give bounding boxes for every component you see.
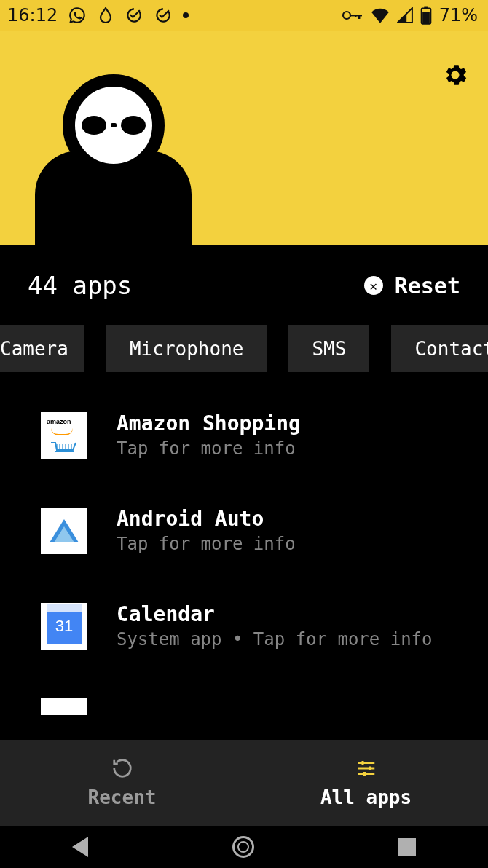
svg-rect-3 bbox=[355, 15, 356, 17]
check-circle-icon bbox=[154, 6, 173, 25]
app-row[interactable]: amazon Amazon Shopping Tap for more info bbox=[41, 411, 488, 459]
app-subtitle: Tap for more info bbox=[117, 534, 296, 554]
filter-chip-row[interactable]: Camera Microphone SMS Contacts bbox=[0, 326, 488, 372]
notification-dot-icon bbox=[183, 12, 189, 18]
app-name: Calendar bbox=[117, 602, 432, 626]
bottom-tab-bar: Recent All apps bbox=[0, 740, 488, 826]
check-circle-icon bbox=[125, 6, 143, 25]
status-battery-pct: 71% bbox=[439, 5, 478, 25]
status-bar: 16:12 71% bbox=[0, 0, 488, 31]
calendar-icon: 31 bbox=[41, 603, 87, 650]
nav-home-button[interactable] bbox=[232, 836, 254, 858]
app-row[interactable]: Android Auto Tap for more info bbox=[41, 507, 488, 554]
tune-icon bbox=[355, 757, 377, 782]
filter-chip-camera[interactable]: Camera bbox=[0, 326, 84, 372]
vpn-key-icon bbox=[342, 8, 363, 23]
android-auto-icon bbox=[41, 508, 87, 554]
tab-label: Recent bbox=[88, 786, 157, 808]
app-row[interactable]: 31 Calendar System app • Tap for more in… bbox=[41, 602, 488, 650]
reset-label: Reset bbox=[395, 273, 460, 299]
apps-list[interactable]: amazon Amazon Shopping Tap for more info… bbox=[0, 372, 488, 715]
nav-recent-button[interactable] bbox=[398, 838, 416, 856]
nav-back-button[interactable] bbox=[72, 837, 88, 857]
whatsapp-icon bbox=[68, 6, 87, 25]
filter-chip-microphone[interactable]: Microphone bbox=[106, 326, 267, 372]
app-name: Amazon Shopping bbox=[117, 411, 301, 435]
settings-button[interactable] bbox=[441, 61, 469, 92]
app-subtitle: System app • Tap for more info bbox=[117, 629, 432, 650]
android-nav-bar bbox=[0, 826, 488, 868]
svg-rect-6 bbox=[424, 7, 428, 9]
drop-icon bbox=[97, 7, 114, 24]
signal-icon bbox=[397, 7, 413, 23]
apps-count-label: 44 apps bbox=[28, 271, 132, 300]
filter-chip-contacts[interactable]: Contacts bbox=[391, 326, 488, 372]
wifi-icon bbox=[371, 7, 390, 23]
history-icon bbox=[111, 757, 133, 782]
header-hero bbox=[0, 31, 488, 245]
status-time: 16:12 bbox=[7, 5, 58, 25]
close-circle-icon: ✕ bbox=[364, 276, 383, 295]
tab-all-apps[interactable]: All apps bbox=[244, 740, 488, 826]
svg-rect-2 bbox=[358, 15, 360, 19]
mascot-icon bbox=[35, 74, 192, 245]
tab-recent[interactable]: Recent bbox=[0, 740, 244, 826]
app-icon bbox=[41, 698, 87, 715]
summary-row: 44 apps ✕ Reset bbox=[0, 245, 488, 326]
reset-button[interactable]: ✕ Reset bbox=[364, 273, 460, 299]
filter-chip-sms[interactable]: SMS bbox=[288, 326, 369, 372]
app-name: Android Auto bbox=[117, 507, 296, 531]
app-row[interactable] bbox=[41, 698, 488, 715]
amazon-icon: amazon bbox=[41, 412, 87, 459]
svg-rect-5 bbox=[422, 12, 430, 23]
app-subtitle: Tap for more info bbox=[117, 438, 301, 459]
tab-label: All apps bbox=[320, 786, 412, 808]
svg-point-0 bbox=[343, 12, 350, 19]
battery-icon bbox=[420, 6, 432, 25]
